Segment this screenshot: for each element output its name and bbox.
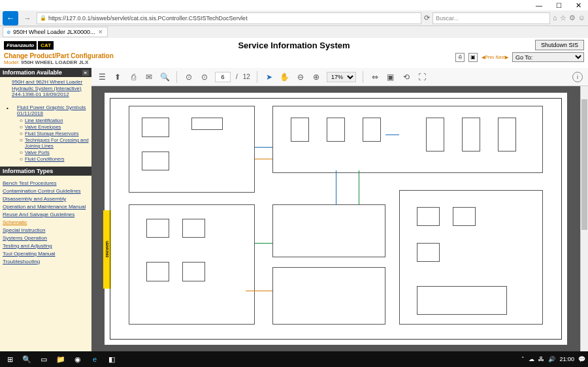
sidebar-toggle-icon[interactable]: ☰: [97, 72, 107, 82]
forward-button[interactable]: →: [21, 14, 34, 22]
type-link[interactable]: Troubleshooting: [3, 259, 89, 264]
page-sep: /: [236, 73, 238, 80]
sidebar-sub-link[interactable]: Valve Ports: [25, 150, 89, 155]
chrome-icon[interactable]: ◉: [71, 352, 85, 366]
shutdown-button[interactable]: Shutdown SIS: [535, 40, 584, 50]
info-icon[interactable]: i: [572, 72, 583, 82]
sidebar-top-link[interactable]: 950H and 962H Wheel Loader Hydraulic Sys…: [12, 79, 89, 98]
type-link[interactable]: Testing and Adjusting: [3, 243, 89, 249]
pointer-icon[interactable]: ➤: [264, 72, 274, 82]
sidebar: Information Available « 950H and 962H Wh…: [0, 68, 91, 351]
sidebar-sub-link[interactable]: Line Identification: [25, 118, 89, 123]
url-input[interactable]: 🔒 https://127.0.0.1/sisweb/servlet/cat.c…: [37, 12, 421, 24]
type-link[interactable]: Disassembly and Assembly: [3, 196, 89, 202]
window-controls: — ☐ ✕: [529, 0, 588, 10]
back-button[interactable]: ←: [3, 11, 18, 25]
tab-title: 950H Wheel Loader JLX0000...: [13, 29, 95, 35]
email-icon[interactable]: ✉: [144, 72, 154, 82]
sis-header: Finanzauto CAT Service Information Syste…: [0, 38, 588, 52]
type-link[interactable]: Bench Test Procedures: [3, 180, 89, 186]
search-icon[interactable]: 🔍: [159, 72, 170, 82]
url-text: https://127.0.0.1/sisweb/servlet/cat.cis…: [48, 15, 248, 22]
finanzauto-logo: Finanzauto: [4, 41, 37, 50]
logo-container: Finanzauto CAT: [4, 41, 54, 50]
prev-link[interactable]: ◀Prev: [482, 55, 494, 60]
notifications-icon[interactable]: 💬: [578, 356, 585, 362]
type-link[interactable]: Contamination Control Guidelines: [3, 188, 89, 194]
scroll-thumb[interactable]: [581, 99, 587, 230]
book-config-icon[interactable]: ▣: [468, 53, 478, 62]
browser-tab[interactable]: e 950H Wheel Loader JLX0000... ✕: [3, 27, 108, 37]
page-input[interactable]: [215, 72, 231, 82]
pdf-viewport[interactable]: UENR2502: [91, 86, 580, 351]
pdf-toolbar: ☰ ⬆ ⎙ ✉ 🔍 ⊙ ⊙ / 12 ➤ ✋ ⊖ ⊕ 17% ⇔ ▣ ⟲ ⛶ i: [91, 68, 588, 86]
page-up-icon[interactable]: ⊙: [184, 72, 194, 82]
refresh-button[interactable]: ⟳: [424, 14, 430, 22]
taskbar: ⊞ 🔍 ▭ 📁 ◉ e ◧ ˄ ☁ 🖧 🔊 21:00 💬: [0, 351, 588, 367]
sidebar-sub-link[interactable]: Fluid Storage Reservoirs: [25, 131, 89, 136]
start-button[interactable]: ⊞: [3, 352, 17, 366]
zoom-in-icon[interactable]: ⊕: [311, 72, 321, 82]
rotate-icon[interactable]: ⟲: [401, 72, 412, 82]
page-down-icon[interactable]: ⊙: [199, 72, 210, 82]
type-link[interactable]: Operation and Maintenance Manual: [3, 204, 89, 210]
zoom-out-icon[interactable]: ⊖: [295, 72, 306, 82]
home-icon[interactable]: ⌂: [553, 14, 557, 22]
tray-network-icon[interactable]: 🖧: [538, 356, 544, 362]
lock-icon: 🔒: [40, 15, 46, 21]
favorites-icon[interactable]: ☆: [560, 14, 566, 22]
tab-close-icon[interactable]: ✕: [98, 29, 103, 35]
schematic-drawing: [110, 98, 562, 340]
browser-search-input[interactable]: Buscar...: [433, 12, 550, 24]
sidebar-collapse-button[interactable]: «: [82, 70, 89, 76]
close-window-button[interactable]: ✕: [568, 0, 588, 10]
maximize-button[interactable]: ☐: [549, 0, 568, 10]
type-link[interactable]: Tool Operating Manual: [3, 251, 89, 257]
sidebar-header: Information Available «: [0, 68, 91, 77]
sidebar-bullet-link[interactable]: Fluid Power Graphic Symbols 01/11/2018: [17, 104, 89, 117]
settings-icon[interactable]: ⚙: [569, 14, 576, 22]
taskview-icon[interactable]: ▭: [37, 352, 51, 366]
type-link[interactable]: Reuse And Salvage Guidelines: [3, 212, 89, 217]
tray-volume-icon[interactable]: 🔊: [548, 356, 555, 362]
fullscreen-icon[interactable]: ⛶: [417, 72, 427, 82]
type-link[interactable]: Systems Operation: [3, 235, 89, 241]
tray-cloud-icon[interactable]: ☁: [529, 356, 534, 362]
zoom-select[interactable]: 17%: [327, 72, 356, 82]
goto-select[interactable]: Go To:: [512, 52, 584, 62]
browser-icons: ⌂ ☆ ⚙ ☺: [553, 14, 585, 22]
sidebar-sub-link[interactable]: Techniques For Crossing and Joining Line…: [25, 137, 89, 149]
print-config-icon[interactable]: ⎙: [455, 53, 465, 62]
cloud-icon[interactable]: ⬆: [112, 72, 123, 82]
next-link[interactable]: Next▶: [496, 55, 508, 60]
search-taskbar-icon[interactable]: 🔍: [20, 352, 34, 366]
pdf-page: UENR2502: [105, 93, 567, 345]
explorer-icon[interactable]: 📁: [54, 352, 68, 366]
page-total: 12: [243, 73, 250, 80]
change-product-link[interactable]: Change Product/Part Configuration: [4, 52, 114, 59]
app-icon[interactable]: ◧: [105, 352, 119, 366]
taskbar-clock[interactable]: 21:00: [559, 356, 574, 362]
smiley-icon[interactable]: ☺: [578, 14, 585, 22]
type-link-active[interactable]: Schematic: [3, 219, 89, 225]
tray-up-icon[interactable]: ˄: [521, 356, 525, 362]
fit-width-icon[interactable]: ⇔: [370, 72, 380, 82]
sidebar-sub-link[interactable]: Fluid Conditioners: [25, 156, 89, 162]
print-icon[interactable]: ⎙: [128, 72, 139, 82]
config-bar: Change Product/Part Configuration Model:…: [0, 52, 588, 68]
model-value: 950H WHEEL LOADER JLX: [21, 59, 88, 65]
tab-bar: e 950H Wheel Loader JLX0000... ✕: [0, 26, 588, 38]
ie-icon[interactable]: e: [88, 352, 102, 366]
fit-page-icon[interactable]: ▣: [385, 72, 396, 82]
info-types-header: Information Types: [0, 167, 91, 176]
type-link[interactable]: Special Instruction: [3, 227, 89, 233]
cat-logo: CAT: [38, 41, 54, 50]
model-label: Model:: [4, 59, 20, 65]
sis-title: Service Information System: [238, 40, 350, 50]
browser-toolbar: ← → 🔒 https://127.0.0.1/sisweb/servlet/c…: [0, 10, 588, 26]
scrollbar-vertical[interactable]: [580, 86, 588, 351]
tab-favicon: e: [7, 29, 10, 35]
hand-icon[interactable]: ✋: [280, 72, 290, 82]
minimize-button[interactable]: —: [529, 0, 549, 10]
sidebar-sub-link[interactable]: Valve Envelopes: [25, 124, 89, 130]
